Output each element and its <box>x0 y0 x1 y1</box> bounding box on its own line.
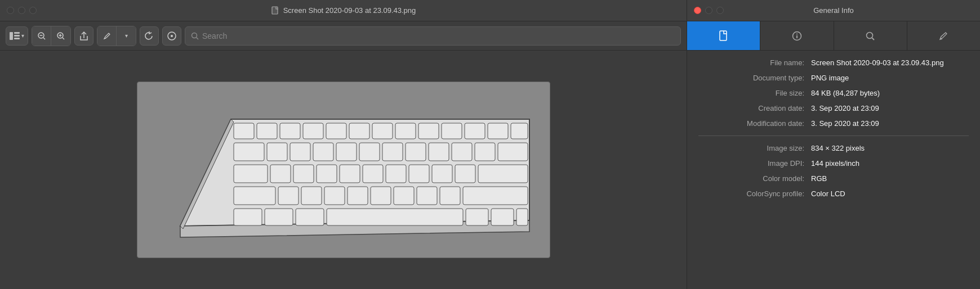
rotate-button[interactable] <box>140 26 159 46</box>
annotate-chevron-icon: ▾ <box>125 33 128 39</box>
svg-rect-0 <box>272 7 278 14</box>
svg-rect-68 <box>466 209 488 225</box>
tab-document[interactable] <box>687 21 760 50</box>
info-maximize-button[interactable] <box>716 7 724 14</box>
tab-edit[interactable] <box>907 21 980 50</box>
share-button[interactable] <box>74 26 93 46</box>
svg-rect-35 <box>336 143 357 161</box>
doc-type-label: Document type: <box>698 74 811 82</box>
file-size-value: 84 KB (84,287 bytes) <box>811 89 969 97</box>
info-row-modification: Modification date: 3. Sep 2020 at 23:09 <box>687 116 980 131</box>
rotate-icon <box>144 31 154 40</box>
info-row-creation: Creation date: 3. Sep 2020 at 23:09 <box>687 101 980 116</box>
image-size-label: Image size: <box>698 144 811 152</box>
svg-rect-55 <box>278 187 299 205</box>
tab-search[interactable] <box>834 21 907 50</box>
info-row-colorsync: ColorSync profile: Color LCD <box>687 186 980 201</box>
svg-point-16 <box>192 33 197 38</box>
svg-rect-71 <box>720 31 727 40</box>
colorsync-label: ColorSync profile: <box>698 189 811 198</box>
svg-rect-18 <box>234 123 254 139</box>
file-name-label: File name: <box>698 58 811 67</box>
close-button[interactable] <box>7 7 14 14</box>
svg-rect-42 <box>498 143 528 161</box>
svg-line-76 <box>872 38 875 40</box>
modification-date-value: 3. Sep 2020 at 23:09 <box>811 119 969 128</box>
annotate-dropdown-button[interactable]: ▾ <box>117 26 136 46</box>
search-tab-icon <box>865 31 875 41</box>
svg-rect-23 <box>349 123 369 139</box>
svg-rect-37 <box>382 143 403 161</box>
image-container <box>137 82 550 258</box>
doc-type-value: PNG image <box>811 74 969 82</box>
info-tabs <box>687 21 980 51</box>
file-size-label: File size: <box>698 89 811 97</box>
svg-rect-69 <box>491 209 514 225</box>
svg-rect-34 <box>313 143 333 161</box>
svg-rect-21 <box>303 123 323 139</box>
minimize-button[interactable] <box>18 7 25 14</box>
circle-button[interactable] <box>162 26 181 46</box>
svg-rect-58 <box>348 187 368 205</box>
sidebar-toggle-button[interactable]: ▾ <box>6 26 28 46</box>
document-icon <box>271 6 280 15</box>
traffic-lights <box>7 7 37 14</box>
svg-rect-38 <box>406 143 426 161</box>
svg-line-17 <box>197 37 199 39</box>
svg-rect-56 <box>301 187 322 205</box>
svg-rect-44 <box>270 165 291 183</box>
svg-line-7 <box>43 38 45 39</box>
annotate-button[interactable] <box>97 26 117 46</box>
svg-rect-3 <box>14 35 20 37</box>
svg-rect-19 <box>257 123 277 139</box>
toolbar: ▾ <box>0 21 687 51</box>
modification-date-label: Modification date: <box>698 119 811 128</box>
creation-date-value: 3. Sep 2020 at 23:09 <box>811 104 969 112</box>
search-icon <box>191 32 199 40</box>
info-rows: File name: Screen Shot 2020-09-03 at 23.… <box>687 51 980 289</box>
info-divider <box>698 136 969 136</box>
preview-title-bar: Screen Shot 2020-09-03 at 23.09.43.png <box>0 0 687 21</box>
svg-rect-41 <box>475 143 495 161</box>
zoom-in-icon <box>56 31 65 40</box>
svg-rect-52 <box>455 165 475 183</box>
svg-rect-32 <box>267 143 287 161</box>
zoom-controls <box>32 26 71 46</box>
maximize-button[interactable] <box>29 7 37 14</box>
info-row-filesize: File size: 84 KB (84,287 bytes) <box>687 85 980 101</box>
svg-rect-31 <box>234 143 264 161</box>
file-name-value: Screen Shot 2020-09-03 at 23.09.43.png <box>811 58 969 67</box>
info-tab-icon <box>792 31 802 41</box>
svg-rect-24 <box>372 123 393 139</box>
search-field[interactable]: Search <box>185 26 681 46</box>
svg-rect-61 <box>417 187 437 205</box>
color-model-label: Color model: <box>698 174 811 183</box>
info-close-button[interactable] <box>694 7 701 14</box>
info-minimize-button[interactable] <box>705 7 712 14</box>
svg-rect-39 <box>429 143 449 161</box>
svg-rect-59 <box>371 187 391 205</box>
svg-rect-27 <box>442 123 462 139</box>
svg-rect-54 <box>234 187 275 205</box>
svg-rect-26 <box>418 123 439 139</box>
zoom-out-button[interactable] <box>32 26 51 46</box>
svg-rect-25 <box>395 123 416 139</box>
tab-info[interactable] <box>760 21 834 50</box>
svg-rect-62 <box>440 187 460 205</box>
svg-rect-45 <box>293 165 314 183</box>
zoom-out-icon <box>37 31 46 40</box>
zoom-in-button[interactable] <box>51 26 70 46</box>
svg-rect-22 <box>326 123 346 139</box>
svg-rect-48 <box>363 165 383 183</box>
svg-rect-66 <box>296 209 324 225</box>
document-tab-icon <box>719 30 729 42</box>
image-size-value: 834 × 322 pixels <box>811 144 969 152</box>
circle-icon <box>167 31 177 41</box>
svg-rect-33 <box>290 143 310 161</box>
annotate-icon <box>103 31 112 40</box>
search-placeholder: Search <box>202 31 227 40</box>
svg-rect-60 <box>394 187 414 205</box>
svg-rect-63 <box>463 187 528 205</box>
info-title-bar: General Info <box>687 0 980 21</box>
info-row-filename: File name: Screen Shot 2020-09-03 at 23.… <box>687 55 980 70</box>
